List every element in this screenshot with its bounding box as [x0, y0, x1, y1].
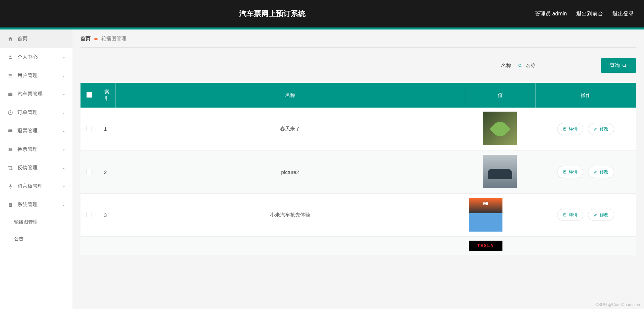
edit-label: 修改 [600, 169, 608, 175]
td-ops: 详情 修改 [535, 193, 636, 236]
td-ops: 详情 修改 [535, 150, 636, 193]
sidebar-item-label: 汽车票管理 [17, 91, 43, 97]
th-value: 值 [465, 83, 535, 108]
svg-point-9 [9, 150, 10, 151]
data-table: 索引 名称 值 操作 1 春天来了 详情 修改 [80, 83, 636, 255]
chevron-down-icon [62, 74, 66, 78]
search-icon [518, 63, 523, 68]
sidebar-item-home[interactable]: 首页 [0, 29, 72, 48]
header-actions: 管理员 admin 退出到前台 退出登录 [535, 10, 634, 17]
edit-button[interactable]: 修改 [588, 123, 614, 135]
sidebar-item-label: 订单管理 [17, 109, 38, 116]
sidebar-item-label: 留言板管理 [17, 183, 43, 189]
sidebar-item-label: 用户管理 [17, 72, 38, 79]
td-name: 小米汽车抢先体验 [115, 193, 465, 236]
td-name: picture2 [115, 150, 465, 193]
sidebar-item-orders[interactable]: 订单管理 [0, 103, 72, 122]
thumbnail-image: TESLA [469, 241, 502, 251]
breadcrumb-home[interactable]: 首页 [80, 36, 91, 42]
svg-point-8 [11, 149, 12, 150]
svg-rect-11 [95, 38, 98, 40]
row-checkbox[interactable] [87, 212, 92, 217]
sidebar-subitem-label: 公告 [14, 236, 23, 241]
td-index: 3 [98, 193, 115, 236]
th-check [80, 83, 98, 108]
table-row: TESLA [80, 236, 636, 255]
sidebar-subitem-carousel[interactable]: 轮播图管理 [0, 214, 72, 231]
logout-link[interactable]: 退出登录 [612, 10, 634, 17]
sidebar-item-tickets[interactable]: 汽车票管理 [0, 85, 72, 103]
edit-button[interactable]: 修改 [588, 166, 614, 178]
sidebar: 首页 个人中心 用户管理 汽车票管理 订单管理 退票管理 [0, 29, 72, 309]
sidebar-item-label: 反馈管理 [17, 165, 38, 171]
folder-icon [94, 37, 98, 41]
app-title: 汽车票网上预订系统 [10, 9, 535, 19]
detail-button[interactable]: 详情 [557, 209, 583, 221]
search-input[interactable] [516, 60, 596, 71]
td-value [465, 108, 535, 150]
home-icon [7, 36, 13, 42]
td-name [115, 236, 465, 255]
sidebar-item-label: 退票管理 [17, 128, 38, 134]
chevron-down-icon [62, 166, 66, 170]
thumbnail-image: MI [469, 198, 502, 232]
td-check [80, 236, 98, 255]
detail-label: 详情 [569, 212, 578, 218]
chevron-down-icon [62, 147, 66, 151]
sidebar-item-label: 首页 [17, 36, 28, 42]
sidebar-item-users[interactable]: 用户管理 [0, 66, 72, 85]
sidebar-item-label: 系统管理 [17, 201, 38, 208]
search-button[interactable]: 查询 [601, 58, 636, 73]
thumbnail-image [483, 155, 517, 188]
breadcrumb-current: 轮播图管理 [101, 36, 126, 42]
table-row: 2 picture2 详情 修改 [80, 150, 636, 193]
td-index [98, 236, 115, 255]
user-icon [7, 54, 13, 60]
edit-button[interactable]: 修改 [588, 209, 614, 221]
th-index: 索引 [98, 83, 115, 108]
svg-rect-1 [8, 93, 12, 96]
detail-button[interactable]: 详情 [557, 123, 583, 135]
td-check [80, 193, 98, 236]
td-name: 春天来了 [115, 108, 465, 150]
sidebar-item-exchange[interactable]: 换票管理 [0, 140, 72, 159]
sidebar-subitem-announcement[interactable]: 公告 [0, 231, 72, 247]
watermark: CSDN @CodeChampion [595, 302, 640, 307]
th-ops: 操作 [535, 83, 636, 108]
detail-button[interactable]: 详情 [557, 166, 583, 178]
briefcase-icon [7, 91, 13, 97]
search-button-label: 查询 [610, 62, 620, 69]
row-checkbox[interactable] [87, 169, 92, 174]
sidebar-item-profile[interactable]: 个人中心 [0, 48, 72, 66]
clock-icon [7, 110, 13, 116]
chevron-up-icon [62, 203, 66, 207]
search-row: 名称 查询 [80, 58, 636, 73]
td-ops: 详情 修改 [535, 108, 636, 150]
table-header-row: 索引 名称 值 操作 [80, 83, 636, 108]
sidebar-item-system[interactable]: 系统管理 [0, 195, 72, 214]
crop-icon [7, 165, 13, 171]
sidebar-item-refunds[interactable]: 退票管理 [0, 122, 72, 140]
td-ops [535, 236, 636, 255]
svg-point-0 [9, 55, 11, 57]
sidebar-item-label: 换票管理 [17, 146, 38, 152]
logout-front-link[interactable]: 退出到前台 [576, 10, 603, 17]
thumbnail-image [483, 112, 517, 145]
chevron-down-icon [62, 129, 66, 133]
pin-icon [7, 183, 13, 189]
th-name: 名称 [115, 83, 465, 108]
sidebar-item-label: 个人中心 [17, 54, 38, 60]
td-value: MI [465, 193, 535, 236]
sidebar-item-feedback[interactable]: 反馈管理 [0, 159, 72, 177]
chevron-down-icon [62, 184, 66, 188]
admin-label[interactable]: 管理员 admin [535, 10, 567, 17]
chevron-down-icon [62, 92, 66, 96]
sliders-icon [7, 146, 13, 152]
sidebar-item-messages[interactable]: 留言板管理 [0, 177, 72, 195]
select-all-checkbox[interactable] [87, 92, 92, 98]
td-value [465, 150, 535, 193]
main-content: 首页 轮播图管理 名称 查询 索引 名称 值 操作 [72, 29, 644, 309]
table-row: 1 春天来了 详情 修改 [80, 108, 636, 150]
chevron-down-icon [62, 111, 66, 115]
row-checkbox[interactable] [87, 126, 92, 131]
